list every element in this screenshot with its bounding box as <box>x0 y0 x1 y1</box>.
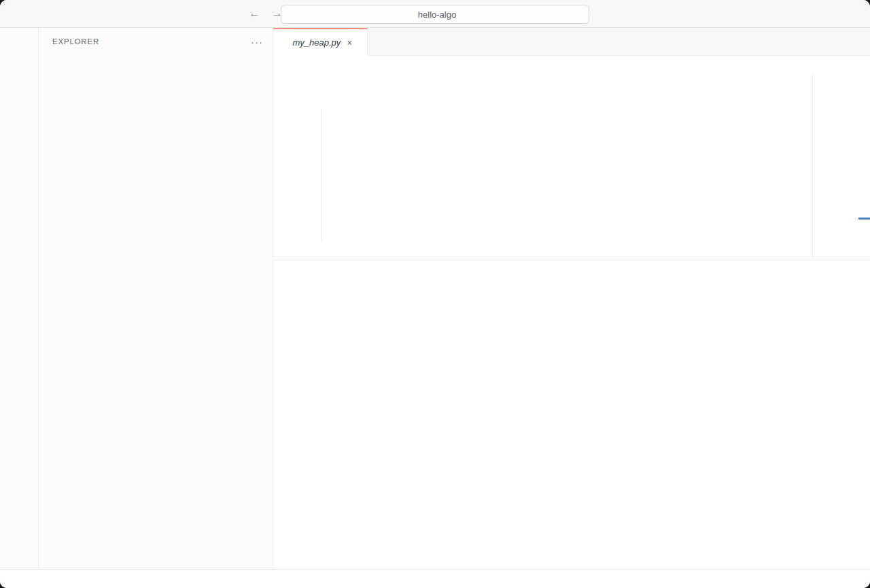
zoom-window-button[interactable] <box>38 10 46 18</box>
file-tree <box>39 55 273 569</box>
minimize-window-button[interactable] <box>24 10 33 18</box>
panel-tab-bar <box>273 260 870 286</box>
title-bar: ← → hello-algo <box>0 0 870 28</box>
bottom-panel <box>273 260 870 569</box>
tab-my-heap-py[interactable]: my_heap.py × <box>273 28 368 56</box>
command-center-search[interactable]: hello-algo <box>281 5 589 24</box>
breadcrumb <box>273 56 870 75</box>
tab-label: my_heap.py <box>292 37 341 48</box>
editor-area: my_heap.py × <box>273 28 870 569</box>
close-window-button[interactable] <box>11 10 19 18</box>
terminal[interactable] <box>273 286 870 569</box>
explorer-more-actions[interactable]: ··· <box>251 36 263 48</box>
status-bar <box>0 569 870 588</box>
explorer-title: EXPLORER <box>52 37 99 46</box>
explorer-sidebar: EXPLORER ··· <box>39 28 273 569</box>
activity-bar <box>0 28 39 569</box>
minimap-cursor-marker <box>858 218 870 220</box>
minimap[interactable] <box>812 75 870 260</box>
editor-tab-bar: my_heap.py × <box>273 28 870 56</box>
search-text: hello-algo <box>418 10 456 20</box>
back-arrow-icon[interactable]: ← <box>249 7 260 20</box>
vscode-window: ← → hello-algo EXPLORER ··· <box>0 0 870 588</box>
indent-guide <box>321 109 321 243</box>
code-editor[interactable] <box>273 75 870 260</box>
close-tab-icon[interactable]: × <box>347 37 352 48</box>
window-controls <box>11 10 46 18</box>
